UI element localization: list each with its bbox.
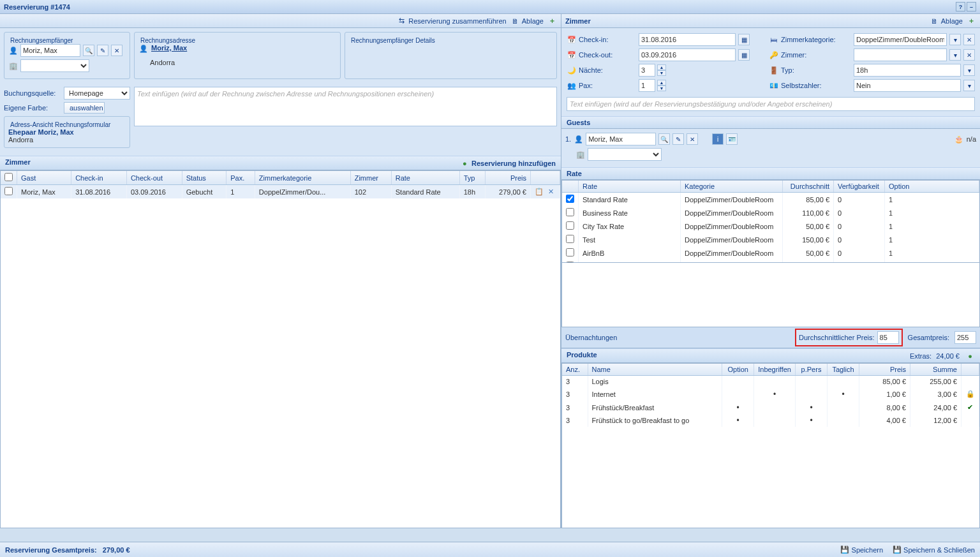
col-kat[interactable]: Kategorie [681,181,783,193]
cell-kat: DoppelZimmer/DoubleRoom [681,246,783,260]
billing-company-select[interactable] [20,59,89,72]
col-checkout[interactable]: Check-out [126,171,182,185]
check-icon[interactable]: ✔ [965,403,975,412]
dropdown-icon[interactable]: ▾ [963,80,975,91]
col-rate[interactable]: Rate [391,171,459,185]
edit-icon[interactable]: ✎ [97,45,108,56]
rate-checkbox[interactable] [566,195,574,203]
col-inbegriffen[interactable]: Inbegriffen [754,364,796,376]
spin-up[interactable]: ▲ [657,64,666,70]
clear-icon[interactable]: ✕ [963,49,975,61]
search-icon[interactable]: 🔍 [83,45,94,56]
invoice-text-input[interactable]: Text einfügen (wird auf der Rechnung zwi… [134,87,557,126]
rate-checkbox[interactable] [566,208,574,216]
dropdown-icon[interactable]: ▾ [949,34,961,45]
dropdown-icon[interactable]: ▾ [963,64,975,76]
table-row[interactable]: 3 Internet • • 1,00 € 3,00 € 🔒 [562,387,979,401]
col-rate[interactable]: Rate [579,181,681,193]
table-row[interactable]: Moriz, Max 31.08.2016 03.09.2016 Gebucht… [1,185,560,199]
add-reservation-button[interactable]: ● Reservierung hinzufügen [460,158,556,168]
table-row[interactable]: City Tax Rate DoppelZimmer/DoubleRoom 50… [562,219,979,233]
add-product-icon[interactable]: ● [965,351,975,360]
table-row[interactable]: 3 Frühstück/Breakfast • • 8,00 € 24,00 €… [562,401,979,414]
booking-source-select[interactable]: Homepage [64,87,130,100]
selfpay-icon: 💶 [769,81,778,91]
col-status[interactable]: Status [182,171,226,185]
guest-company-select[interactable] [588,148,662,161]
calendar-picker-icon[interactable]: ▦ [738,49,750,61]
booking-source-label: Buchungsquelle: [4,89,61,97]
col-avail[interactable]: Verfügbarkeit [834,181,885,193]
table-row[interactable]: Test DoppelZimmer/DoubleRoom 150,00 € 0 … [562,233,979,246]
col-preis[interactable]: Preis [859,364,910,376]
col-ppers[interactable]: p.Pers [796,364,828,376]
col-gast[interactable]: Gast [17,171,71,185]
col-summe[interactable]: Summe [910,364,961,376]
minimize-icon[interactable]: – [967,2,976,11]
checkin-input[interactable] [639,33,736,46]
col-checkin[interactable]: Check-in [71,171,127,185]
rate-checkbox[interactable] [566,248,574,256]
billing-details-legend: Rechnungsempfänger Details [349,37,437,44]
col-typ[interactable]: Typ [459,171,485,185]
total-price-input[interactable] [954,331,976,344]
guest-name-input[interactable] [586,133,656,145]
cell-inc: • [754,387,796,401]
col-anz[interactable]: Anz. [562,364,588,376]
table-row[interactable]: AirBnB DoppelZimmer/DoubleRoom 50,00 € 0… [562,246,979,260]
col-preis[interactable]: Preis [485,171,530,185]
ablage-link-left[interactable]: 🗎 Ablage [510,16,544,26]
search-icon[interactable]: 🔍 [658,133,670,145]
billing-address-legend: Rechnungsadresse [138,37,197,44]
row-checkbox[interactable] [4,187,13,195]
calendar-picker-icon[interactable]: ▦ [738,34,750,45]
pax-input[interactable] [639,79,655,92]
category-input[interactable] [854,33,947,46]
delete-icon[interactable]: ✕ [111,45,122,56]
table-row[interactable]: 3 Frühstück to go/Breakfast to go • • 4,… [562,414,979,427]
select-all-checkbox[interactable] [4,173,13,181]
rate-checkbox[interactable] [566,221,574,230]
edit-icon[interactable]: ✎ [672,133,684,145]
save-close-button[interactable]: 💾 Speichern & Schließen [892,545,975,554]
billing-address-name[interactable]: Moriz, Max [151,44,187,54]
spin-down[interactable]: ▼ [657,85,666,91]
room-input[interactable] [854,48,947,61]
table-row[interactable]: 3 Logis 85,00 € 255,00 € [562,376,979,388]
dropdown-icon[interactable]: ▾ [949,49,961,61]
avg-price-input[interactable] [877,331,899,344]
merge-reservation-link[interactable]: ⇆ Reservierung zusammenführen [397,16,506,26]
col-name[interactable]: Name [588,364,722,376]
info-icon[interactable]: i [712,133,724,145]
ablage-link-right[interactable]: 🗎 Ablage [930,16,963,26]
checkout-input[interactable] [639,48,736,61]
billing-name-input[interactable] [20,44,80,57]
col-kategorie[interactable]: Zimmerkategorie [255,171,350,185]
reservation-text-input[interactable]: Text einfügen (wird auf der Reservierung… [567,97,975,111]
delete-icon[interactable]: ✕ [687,133,698,145]
table-row[interactable]: Business Rate DoppelZimmer/DoubleRoom 11… [562,206,979,219]
col-opt[interactable]: Option [885,181,979,193]
spin-up[interactable]: ▲ [657,80,666,85]
col-avg[interactable]: Durchschnitt [783,181,834,193]
spin-down[interactable]: ▼ [657,70,666,76]
nights-input[interactable] [639,64,655,77]
rate-checkbox[interactable] [566,235,574,243]
col-zimmer[interactable]: Zimmer [350,171,391,185]
save-button[interactable]: 💾 Speichern [840,545,884,554]
table-row[interactable]: Standard Rate DoppelZimmer/DoubleRoom 85… [562,193,979,207]
selfpay-input[interactable] [854,79,961,92]
col-pax[interactable]: Pax. [226,171,255,185]
delete-row-icon[interactable]: ✕ [546,187,556,197]
clear-icon[interactable]: ✕ [963,34,975,45]
add-icon[interactable]: ＋ [547,16,557,26]
col-option[interactable]: Option [722,364,754,376]
help-icon[interactable]: ? [956,2,965,11]
type-input[interactable] [854,64,961,77]
copy-icon[interactable]: 📋 [535,187,544,197]
ablage-label: Ablage [522,17,544,25]
col-taglich[interactable]: Taglich [828,364,859,376]
choose-color-button[interactable]: auswahlen [64,102,105,114]
id-icon[interactable]: 🪪 [726,133,738,145]
add-icon[interactable]: ＋ [967,16,976,26]
